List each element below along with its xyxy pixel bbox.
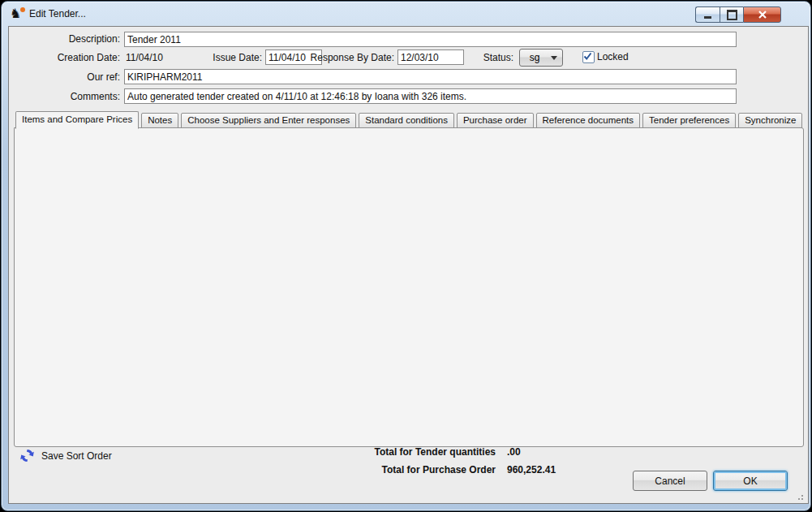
total-tender-label: Total for Tender quantities: [179, 446, 496, 458]
maximize-icon: [727, 10, 737, 20]
locked-checkbox[interactable]: [582, 51, 595, 63]
tab-purchase-order[interactable]: Purchase order: [457, 113, 534, 128]
resize-grip[interactable]: [793, 490, 803, 500]
window-title: Edit Tender...: [29, 8, 86, 19]
cancel-button[interactable]: Cancel: [633, 471, 707, 491]
app-icon: ♞: [10, 6, 24, 21]
close-button[interactable]: [743, 6, 781, 23]
tab-items-and-compare-prices[interactable]: Items and Compare Prices: [15, 111, 139, 129]
tab-notes[interactable]: Notes: [141, 113, 178, 128]
creation-date-label: Creation Date:: [9, 50, 120, 65]
tab-standard-conditions[interactable]: Standard conditions: [359, 113, 454, 128]
items-panel: [14, 127, 804, 447]
comments-label: Comments:: [9, 89, 120, 104]
status-label: Status:: [479, 50, 513, 65]
status-value: sg: [520, 52, 549, 63]
chevron-down-icon: [551, 56, 557, 60]
total-po-row: Total for Purchase Order 960,252.41: [179, 464, 556, 475]
status-dropdown[interactable]: sg: [519, 49, 563, 67]
total-tender-row: Total for Tender quantities .00: [179, 446, 521, 458]
total-po-label: Total for Purchase Order: [179, 464, 496, 475]
tab-choose-suppliers[interactable]: Choose Suppliers and Enter responses: [181, 113, 356, 128]
save-sort-order-label: Save Sort Order: [41, 450, 112, 462]
description-label: Description:: [9, 32, 120, 46]
issue-date-label: Issue Date:: [189, 50, 262, 65]
window-frame: ♞ Edit Tender... Description: Creation D…: [1, 1, 811, 511]
title-bar[interactable]: ♞ Edit Tender...: [2, 2, 810, 26]
our-ref-label: Our ref:: [9, 70, 120, 84]
tab-reference-documents[interactable]: Reference documents: [536, 113, 641, 128]
close-icon: [758, 11, 767, 19]
tab-bar: Items and Compare PricesNotesChoose Supp…: [15, 112, 802, 128]
edit-tender-window: ♞ Edit Tender... Description: Creation D…: [0, 0, 812, 512]
comments-input[interactable]: [124, 88, 737, 104]
dialog-content: Description: Creation Date: 11/04/10 Iss…: [8, 26, 809, 504]
our-ref-input[interactable]: [124, 69, 737, 84]
response-by-date-input[interactable]: [397, 49, 464, 65]
total-po-value: 960,252.41: [507, 464, 556, 475]
maximize-button[interactable]: [720, 6, 743, 23]
ok-button[interactable]: OK: [713, 471, 788, 491]
tab-tender-preferences[interactable]: Tender preferences: [642, 113, 736, 128]
check-icon: [583, 52, 592, 61]
response-by-date-label: Response By Date:: [301, 50, 394, 65]
creation-date-value: 11/04/10: [126, 50, 163, 65]
total-tender-value: .00: [507, 446, 521, 458]
locked-label: Locked: [597, 49, 629, 64]
tab-synchronize[interactable]: Synchronize: [738, 113, 802, 128]
refresh-icon: [19, 447, 36, 464]
minimize-button[interactable]: [695, 6, 720, 23]
save-sort-order-button[interactable]: Save Sort Order: [19, 447, 112, 464]
description-input[interactable]: [124, 32, 737, 47]
minimize-icon: [704, 16, 711, 19]
